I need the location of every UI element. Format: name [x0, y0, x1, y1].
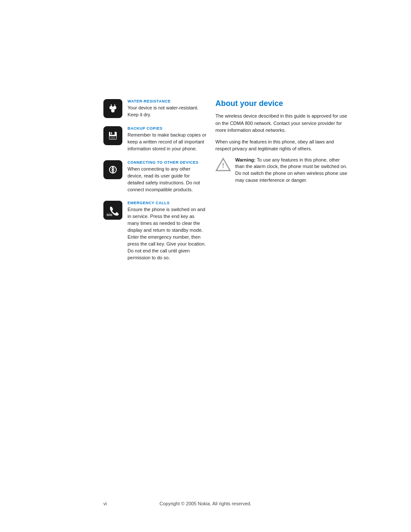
- connecting-content: CONNECTING TO OTHER DEVICES When connect…: [128, 160, 207, 193]
- svg-text:!: !: [222, 162, 224, 169]
- emergency-content: EMERGENCY CALLS Ensure the phone is swit…: [128, 201, 207, 261]
- sos-icon: SOS: [103, 201, 122, 220]
- section-backup-copies: BACKUP COPIES Remember to make backup co…: [103, 126, 207, 152]
- svg-text:SOS: SOS: [107, 214, 112, 216]
- connecting-text: When connecting to any other device, rea…: [128, 166, 207, 193]
- footer-page-number: vi: [103, 501, 107, 506]
- left-column: WATER-RESISTANCE Your device is not wate…: [103, 99, 207, 269]
- water-resistance-text: Your device is not water-resistant. Keep…: [128, 105, 207, 118]
- svg-rect-7: [110, 137, 115, 139]
- water-resistance-content: WATER-RESISTANCE Your device is not wate…: [128, 99, 207, 118]
- right-column: About your device The wireless device de…: [215, 99, 349, 184]
- about-paragraph-1: The wireless device described in this gu…: [215, 112, 349, 134]
- svg-point-0: [109, 106, 113, 109]
- backup-copies-icon-box: [103, 126, 122, 145]
- about-title: About your device: [215, 99, 349, 108]
- svg-point-9: [112, 167, 114, 168]
- connecting-icon-box: [103, 160, 122, 179]
- water-resistance-title: WATER-RESISTANCE: [128, 99, 207, 103]
- warning-icon: !: [215, 157, 231, 172]
- svg-rect-11: [103, 201, 122, 220]
- emergency-icon-box: SOS: [103, 201, 122, 220]
- footer: vi Copyright © 2005 Nokia. All rights re…: [0, 501, 411, 506]
- emergency-text: Ensure the phone is switched on and in s…: [128, 206, 207, 261]
- backup-icon: [107, 130, 119, 142]
- svg-point-2: [111, 109, 115, 112]
- about-paragraph-2: When using the features in this phone, o…: [215, 138, 349, 152]
- warning-box: ! Warning: To use any features in this p…: [215, 157, 349, 184]
- connecting-title: CONNECTING TO OTHER DEVICES: [128, 160, 207, 165]
- footer-copyright: Copyright © 2005 Nokia. All rights reser…: [159, 501, 252, 506]
- warning-label: Warning:: [235, 157, 255, 162]
- backup-copies-content: BACKUP COPIES Remember to make backup co…: [128, 126, 207, 152]
- emergency-title: EMERGENCY CALLS: [128, 201, 207, 205]
- section-connecting: CONNECTING TO OTHER DEVICES When connect…: [103, 160, 207, 193]
- backup-copies-text: Remember to make backup copies or keep a…: [128, 132, 207, 152]
- svg-rect-5: [111, 132, 112, 134]
- section-emergency: SOS EMERGENCY CALLS Ensure the phone is …: [103, 201, 207, 261]
- water-icon: [107, 103, 119, 115]
- water-resistance-icon-box: [103, 99, 122, 118]
- section-water-resistance: WATER-RESISTANCE Your device is not wate…: [103, 99, 207, 118]
- connect-icon: [107, 164, 119, 176]
- svg-rect-4: [110, 132, 115, 135]
- warning-text: Warning: To use any features in this pho…: [235, 157, 349, 184]
- svg-point-10: [112, 171, 114, 173]
- backup-copies-title: BACKUP COPIES: [128, 126, 207, 131]
